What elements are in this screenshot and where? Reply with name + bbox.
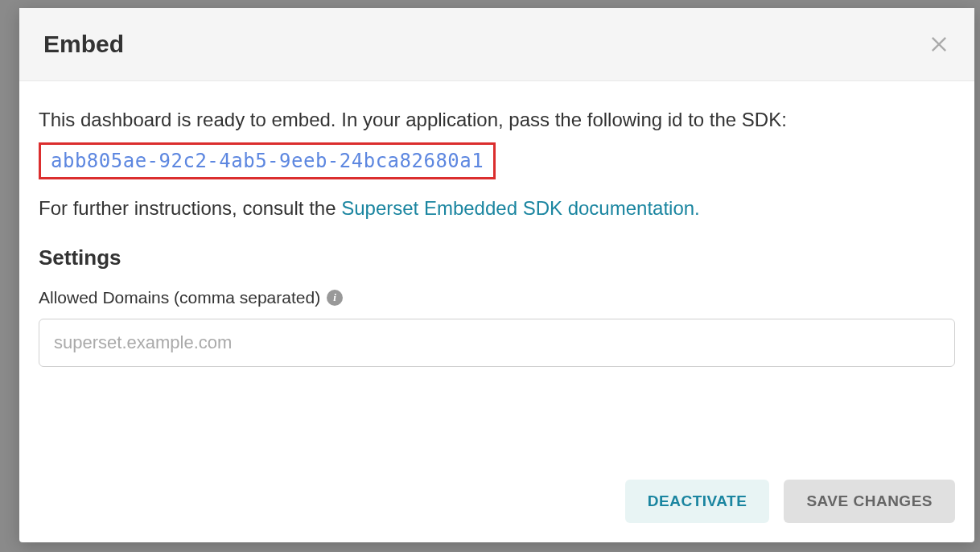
modal-footer: DEACTIVATE SAVE CHANGES [19,463,974,542]
sdk-doc-link[interactable]: Superset Embedded SDK documentation. [341,197,700,219]
deactivate-button[interactable]: DEACTIVATE [625,480,770,523]
embed-id-value[interactable]: abb805ae-92c2-4ab5-9eeb-24bca82680a1 [51,150,484,172]
modal-body: This dashboard is ready to embed. In you… [19,81,974,463]
settings-heading: Settings [39,245,955,270]
close-button[interactable] [928,33,950,56]
embed-id-highlight: abb805ae-92c2-4ab5-9eeb-24bca82680a1 [39,142,496,179]
modal-header: Embed [19,8,974,81]
modal-title: Embed [43,31,124,58]
instructions-text: For further instructions, consult the Su… [39,194,955,223]
save-changes-button[interactable]: SAVE CHANGES [784,480,955,523]
info-icon[interactable]: i [327,290,343,306]
domains-label: Allowed Domains (comma separated) [39,288,320,307]
allowed-domains-input[interactable] [39,319,955,367]
domains-label-row: Allowed Domains (comma separated) i [39,288,955,307]
instructions-prefix: For further instructions, consult the [39,197,341,219]
close-icon [928,33,950,56]
embed-modal: Embed This dashboard is ready to embed. … [19,8,974,542]
intro-text: This dashboard is ready to embed. In you… [39,105,955,134]
